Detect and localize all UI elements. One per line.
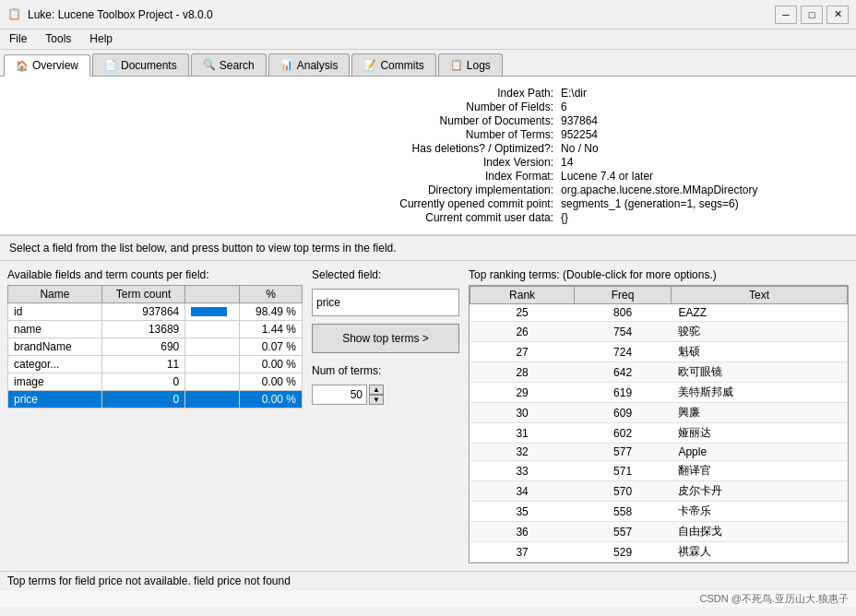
tab-documents[interactable]: 📄 Documents [92,53,189,76]
menubar: File Tools Help [0,30,856,50]
commit-user-value: {} [561,211,838,224]
deletions-label: Has deletions? / Optimized?: [358,142,561,155]
list-item[interactable]: 32 577 Apple [470,444,848,461]
list-item[interactable]: 34 570 皮尔卡丹 [470,481,848,502]
term-rank: 35 [470,502,575,522]
terms-col-freq: Freq [575,287,672,304]
field-name: name [8,321,102,338]
index-format-row: Index Format: Lucene 7.4 or later [18,170,838,183]
tab-search-label: Search [220,59,255,72]
index-version-row: Index Version: 14 [18,156,838,169]
table-row[interactable]: categor... 11 0.00 % [8,356,303,373]
watermark: CSDN @不死鸟.亚历山大.狼惠子 [0,591,856,607]
term-freq: 557 [575,522,672,542]
terms-col-rank: Rank [470,287,575,304]
list-item[interactable]: 30 609 興廉 [470,403,848,423]
term-freq: 529 [575,542,672,563]
field-name: id [8,303,102,321]
commit-point-value: segments_1 (generation=1, segs=6) [561,197,838,210]
menu-help[interactable]: Help [84,31,118,47]
top-terms-title: Top ranking terms: (Double-click for mor… [469,268,849,281]
list-item[interactable]: 35 558 卡帝乐 [470,502,848,522]
spinner-up-button[interactable]: ▲ [369,385,384,395]
term-text: EAZZ [671,304,847,322]
col-header-count: Term count [101,286,184,303]
term-text: 翻译官 [671,461,847,481]
num-docs-value: 937864 [561,114,838,127]
term-rank: 26 [470,322,575,342]
term-freq: 577 [575,444,672,461]
commit-point-row: Currently opened commit point: segments_… [18,197,838,210]
tab-overview[interactable]: 🏠 Overview [4,54,90,77]
field-bar [185,373,240,391]
table-row[interactable]: name 13689 1.44 % [8,321,303,338]
field-count: 0 [101,373,184,391]
tab-commits[interactable]: 📝 Commits [351,53,435,76]
minimize-button[interactable]: ─ [775,6,797,24]
term-rank: 29 [470,383,575,403]
tab-analysis[interactable]: 📊 Analysis [268,53,351,76]
field-pct: 0.07 % [240,338,303,356]
term-text: 魁硕 [671,342,847,362]
num-terms-row: Number of Terms: 952254 [18,128,838,141]
table-row[interactable]: image 0 0.00 % [8,373,303,391]
selected-field-input[interactable] [312,289,459,316]
list-item[interactable]: 36 557 自由探戈 [470,522,848,542]
field-pct: 0.00 % [240,391,303,409]
term-rank: 36 [470,522,575,542]
index-version-label: Index Version: [358,156,561,169]
num-docs-row: Number of Documents: 937864 [18,114,838,127]
deletions-value: No / No [561,142,838,155]
field-name: image [8,373,102,391]
tab-bar: 🏠 Overview 📄 Documents 🔍 Search 📊 Analys… [0,50,856,77]
list-item[interactable]: 37 529 祺霖人 [470,542,848,563]
list-item[interactable]: 29 619 美特斯邦威 [470,383,848,403]
maximize-button[interactable]: □ [801,6,823,24]
term-rank: 37 [470,542,575,563]
index-version-value: 14 [561,156,838,169]
list-item[interactable]: 26 754 骏驼 [470,322,848,342]
menu-tools[interactable]: Tools [40,31,77,47]
col-header-bar [185,286,240,303]
table-row[interactable]: price 0 0.00 % [8,391,303,409]
term-freq: 558 [575,502,672,522]
field-count: 0 [101,391,184,409]
term-rank: 32 [470,444,575,461]
list-item[interactable]: 25 806 EAZZ [470,304,848,322]
term-rank: 34 [470,481,575,502]
logs-icon: 📋 [450,59,463,71]
list-item[interactable]: 31 602 娅丽达 [470,423,848,444]
deletions-row: Has deletions? / Optimized?: No / No [18,142,838,155]
tab-search[interactable]: 🔍 Search [191,53,267,76]
list-item[interactable]: 27 724 魁硕 [470,342,848,362]
close-button[interactable]: ✕ [826,6,849,24]
num-terms-spinner: ▲ ▼ [369,385,384,405]
term-freq: 619 [575,383,672,403]
field-count: 11 [101,356,184,373]
term-rank: 28 [470,362,575,383]
num-terms-input[interactable] [312,385,367,405]
spinner-down-button[interactable]: ▼ [369,395,384,405]
list-item[interactable]: 28 642 欧可眼镜 [470,362,848,383]
middle-panel: Selected field: Show top terms > Num of … [312,268,459,563]
tab-logs[interactable]: 📋 Logs [438,53,503,76]
index-path-label: Index Path: [358,87,561,100]
info-section: Index Path: E:\dir Number of Fields: 6 N… [0,77,856,235]
list-item[interactable]: 33 571 翻译官 [470,461,848,481]
field-name: brandName [8,338,102,356]
num-terms-label: Number of Terms: [358,128,561,141]
info-table: Index Path: E:\dir Number of Fields: 6 N… [18,87,838,224]
index-format-value: Lucene 7.4 or later [561,170,838,183]
col-header-name: Name [8,286,102,303]
table-row[interactable]: id 937864 98.49 % [8,303,303,321]
field-count: 13689 [101,321,184,338]
index-path-value: E:\dir [561,87,838,100]
menu-file[interactable]: File [4,31,32,47]
bottom-area: Available fields and term counts per fie… [0,261,856,571]
term-freq: 754 [575,322,672,342]
field-name: price [8,391,102,409]
term-text: 自由探戈 [671,522,847,542]
show-top-terms-button[interactable]: Show top terms > [312,324,459,353]
table-row[interactable]: brandName 690 0.07 % [8,338,303,356]
fields-panel: Available fields and term counts per fie… [7,268,303,563]
